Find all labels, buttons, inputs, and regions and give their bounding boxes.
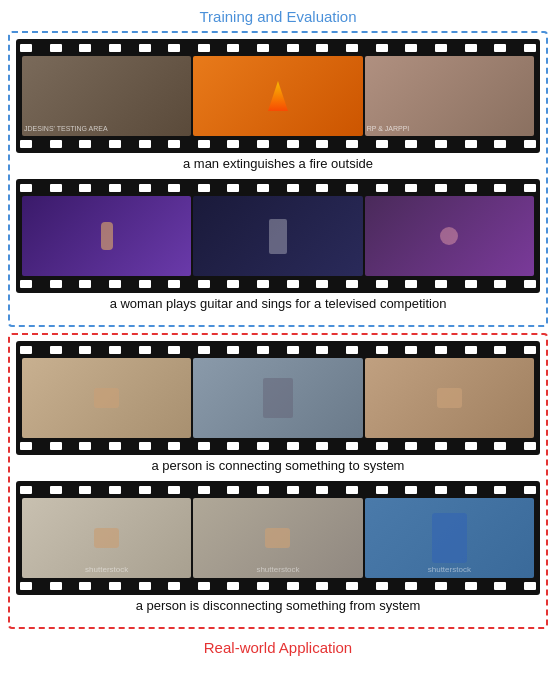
scene-guitar-3 [365, 196, 534, 276]
perf [316, 346, 328, 354]
perf [287, 442, 299, 450]
film-perfs-bottom-disconnect [16, 582, 540, 590]
perf [465, 486, 477, 494]
scene-guitar-2 [193, 196, 362, 276]
perf [405, 44, 417, 52]
perf [79, 140, 91, 148]
film-strip-fire: JDESINS' TESTING AREA RP & JARPPI [16, 39, 540, 153]
fire-overlay-text2: RP & JARPPI [367, 125, 410, 132]
perf [287, 346, 299, 354]
perf [50, 184, 62, 192]
perf [316, 280, 328, 288]
scene-guitar-1 [22, 196, 191, 276]
perf [405, 140, 417, 148]
perf [227, 280, 239, 288]
perf [20, 442, 32, 450]
perf [376, 486, 388, 494]
perf [139, 442, 151, 450]
perf [50, 442, 62, 450]
scene-discon-2: shutterstock [193, 498, 362, 578]
perf [524, 346, 536, 354]
perf [20, 44, 32, 52]
scene-discon-3: shutterstock [365, 498, 534, 578]
film-perfs-top-connect [16, 346, 540, 354]
perf [139, 44, 151, 52]
perf [50, 140, 62, 148]
page-title: Training and Evaluation [199, 8, 356, 25]
footer-label: Real-world Application [204, 639, 352, 656]
training-eval-section: JDESINS' TESTING AREA RP & JARPPI [8, 31, 548, 327]
perf [316, 582, 328, 590]
perf [168, 44, 180, 52]
perf [405, 486, 417, 494]
scene-connect-3 [365, 358, 534, 438]
perf [494, 442, 506, 450]
perf [376, 582, 388, 590]
perf [50, 280, 62, 288]
caption-disconnect: a person is disconnecting something from… [136, 598, 421, 613]
perf [494, 346, 506, 354]
film-perfs-top-fire [16, 44, 540, 52]
perf [346, 486, 358, 494]
scene-connect-1 [22, 358, 191, 438]
perf [435, 184, 447, 192]
perf [376, 346, 388, 354]
perf [50, 486, 62, 494]
perf [79, 346, 91, 354]
perf [405, 184, 417, 192]
perf [168, 184, 180, 192]
perf [109, 44, 121, 52]
perf [346, 582, 358, 590]
perf [346, 280, 358, 288]
perf [465, 442, 477, 450]
perf [494, 44, 506, 52]
perf [435, 346, 447, 354]
film-perfs-top-disconnect [16, 486, 540, 494]
film-perfs-bottom-fire [16, 140, 540, 148]
real-world-section: a person is connecting something to syst… [8, 333, 548, 629]
perf [376, 280, 388, 288]
perf [346, 44, 358, 52]
perf [435, 486, 447, 494]
perf [227, 140, 239, 148]
scene-fire-1: JDESINS' TESTING AREA [22, 56, 191, 136]
perf [316, 140, 328, 148]
perf [109, 280, 121, 288]
perf [435, 280, 447, 288]
film-perfs-bottom-connect [16, 442, 540, 450]
perf [524, 582, 536, 590]
perf [139, 280, 151, 288]
perf [20, 582, 32, 590]
caption-connect: a person is connecting something to syst… [152, 458, 405, 473]
clip-disconnect: shutterstock shutterstock shutterstock [16, 481, 540, 617]
perf [20, 140, 32, 148]
perf [316, 44, 328, 52]
film-images-guitar [16, 196, 540, 276]
perf [109, 442, 121, 450]
perf [227, 44, 239, 52]
perf [316, 184, 328, 192]
perf [287, 280, 299, 288]
clip-connect: a person is connecting something to syst… [16, 341, 540, 477]
perf [435, 582, 447, 590]
perf [524, 280, 536, 288]
perf [257, 582, 269, 590]
perf [465, 280, 477, 288]
perf [465, 346, 477, 354]
perf [139, 184, 151, 192]
scene-fire-3: RP & JARPPI [365, 56, 534, 136]
perf [198, 44, 210, 52]
perf [20, 346, 32, 354]
perf [168, 582, 180, 590]
perf [465, 582, 477, 590]
perf [405, 346, 417, 354]
perf [109, 486, 121, 494]
perf [198, 140, 210, 148]
scene-connect-2 [193, 358, 362, 438]
perf [227, 486, 239, 494]
perf [198, 582, 210, 590]
film-perfs-top-guitar [16, 184, 540, 192]
perf [435, 442, 447, 450]
film-images-connect [16, 358, 540, 438]
perf [139, 346, 151, 354]
